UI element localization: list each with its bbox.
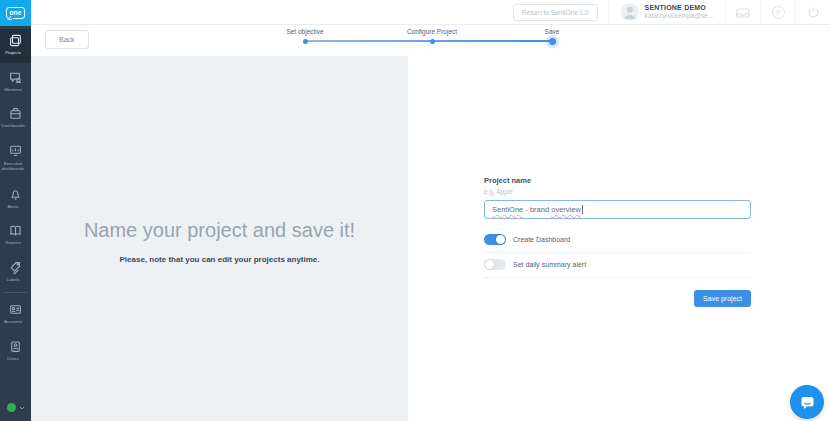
sidebar-item-accounts[interactable]: Accounts	[0, 298, 31, 332]
toggle-knob	[485, 260, 494, 269]
accounts-icon	[9, 303, 22, 316]
sidebar-item-label: Dashboards	[0, 123, 28, 128]
sidebar-item-users[interactable]: Users	[0, 335, 31, 369]
sidebar-item-labels[interactable]: Labels	[0, 256, 31, 290]
sidebar-item-reports[interactable]: Reports	[0, 219, 31, 253]
page-title: Name your project and save it!	[31, 219, 408, 242]
sidebar-item-label: Accounts	[0, 319, 28, 324]
save-project-form: Project name e.g. Apple SentiOne - brand…	[484, 172, 751, 307]
user-menu[interactable]: SENTIONE DEMO katarzyna.kempa@se...	[609, 0, 725, 24]
mentions-icon	[9, 71, 22, 84]
step-set-objective[interactable]: Set objective	[260, 28, 350, 35]
avatar	[621, 3, 639, 21]
status-green-dot	[7, 403, 16, 412]
sidebar-item-label: Alerts	[0, 204, 28, 209]
daily-summary-alert-row[interactable]: Set daily summary alert	[484, 256, 751, 274]
sidebar-item-label: Projects	[0, 50, 28, 55]
sidebar-nav: Projects Mentions Dashboards Executive d…	[0, 29, 31, 371]
connection-status[interactable]	[7, 403, 25, 412]
step-dot-save[interactable]	[549, 38, 556, 45]
chat-widget-button[interactable]	[790, 385, 824, 419]
dashboards-icon	[9, 107, 22, 120]
person-icon	[621, 3, 639, 21]
sidebar-item-projects[interactable]: Projects	[0, 29, 31, 63]
return-to-sentione-button[interactable]: Return to SentiOne 1.0	[513, 4, 598, 21]
divider	[484, 277, 751, 278]
project-name-hint: e.g. Apple	[484, 188, 751, 195]
inbox-button[interactable]	[726, 0, 760, 24]
step-save[interactable]: Save	[507, 28, 597, 35]
sidebar-item-label: Executive dashboards	[0, 161, 28, 172]
chat-bubble-icon	[799, 394, 816, 411]
toggle-knob	[496, 235, 505, 244]
project-name-label: Project name	[484, 176, 751, 185]
input-text-segment: - brand	[523, 205, 551, 214]
chevron-down-icon	[19, 406, 25, 410]
user-name: SENTIONE DEMO	[645, 4, 713, 13]
wizard-header: Back Set objective Configure Project Sav…	[31, 25, 830, 56]
help-button[interactable]: ?	[761, 0, 795, 24]
logout-button[interactable]	[796, 0, 830, 24]
save-project-button[interactable]: Save project	[694, 290, 751, 307]
power-icon	[807, 6, 820, 19]
sentione-logo[interactable]: one	[0, 0, 31, 26]
executive-dashboards-icon	[9, 144, 22, 157]
sidebar-divider	[4, 292, 27, 293]
daily-summary-alert-label: Set daily summary alert	[513, 261, 586, 268]
sentione-logo-bubble: one	[6, 7, 24, 19]
sidebar-item-label: Reports	[0, 240, 28, 245]
page-subtitle: Please, note that you can edit your proj…	[31, 255, 408, 264]
divider	[484, 252, 751, 253]
step-configure-project[interactable]: Configure Project	[387, 28, 477, 35]
sidebar-item-mentions[interactable]: Mentions	[0, 66, 31, 100]
labels-icon	[9, 261, 22, 274]
projects-icon	[9, 34, 22, 47]
toggle-0[interactable]	[484, 234, 506, 245]
step-dot-configure-project[interactable]	[430, 39, 435, 44]
text-cursor	[582, 205, 583, 214]
inbox-icon	[735, 5, 751, 19]
toggle-1[interactable]	[484, 259, 506, 270]
alerts-icon	[9, 188, 22, 201]
topbar: Return to SentiOne 1.0 SENTIONE DEMO kat…	[31, 0, 830, 25]
wizard-stepper: Set objective Configure Project Save	[31, 25, 830, 56]
create-dashboard-label: Create Dashboard	[513, 236, 570, 243]
create-dashboard-row[interactable]: Create Dashboard	[484, 231, 751, 249]
user-email: katarzyna.kempa@se...	[645, 12, 713, 20]
reports-icon	[9, 224, 22, 237]
input-text-segment: overview	[551, 205, 581, 214]
info-panel: Name your project and save it! Please, n…	[31, 56, 408, 421]
sidebar-item-label: Mentions	[0, 87, 28, 92]
sidebar-item-label: Labels	[0, 277, 28, 282]
input-text-segment: SentiOne	[492, 205, 523, 214]
sidebar-item-label: Users	[0, 356, 28, 361]
project-name-input[interactable]: SentiOne - brand overview	[484, 200, 751, 219]
help-icon: ?	[772, 6, 785, 19]
stepper-line	[305, 40, 552, 42]
sidebar-item-executive-dashboards[interactable]: Executive dashboards	[0, 139, 31, 180]
step-dot-set-objective[interactable]	[303, 39, 308, 44]
sidebar-item-alerts[interactable]: Alerts	[0, 183, 31, 217]
users-icon	[9, 340, 22, 353]
sidebar-item-dashboards[interactable]: Dashboards	[0, 102, 31, 136]
sidebar: one Projects Mentions Dashboards Execut	[0, 0, 31, 421]
